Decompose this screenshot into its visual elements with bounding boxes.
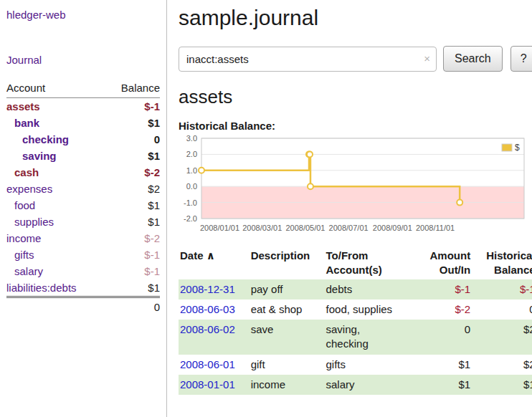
- account-link[interactable]: liabilities:debts: [6, 282, 77, 294]
- svg-text:2.0: 2.0: [186, 150, 197, 158]
- account-row: food$1: [6, 197, 160, 214]
- account-name-cell: liabilities:debts: [6, 279, 105, 297]
- transaction-amount: $1: [416, 355, 472, 375]
- search-box: ×: [179, 47, 437, 72]
- search-button[interactable]: Search: [443, 46, 503, 72]
- register-row: 2008-06-02savesaving, checking0$2: [179, 320, 532, 355]
- account-balance: $-1: [105, 246, 160, 263]
- account-balance: $-2: [105, 164, 160, 181]
- date-header-label: Date: [180, 249, 204, 262]
- transaction-accounts: saving, checking: [325, 320, 416, 355]
- account-name-cell: checking: [6, 131, 105, 148]
- register-header-row: Date ∧ Description To/From Account(s) Am…: [179, 247, 532, 279]
- journal-link[interactable]: Journal: [6, 54, 42, 66]
- account-name-cell: assets: [6, 98, 105, 115]
- account-link[interactable]: saving: [22, 150, 57, 162]
- account-balance: $1: [105, 148, 160, 164]
- journal-nav: Journal: [6, 54, 161, 66]
- account-link[interactable]: salary: [14, 265, 43, 277]
- account-link[interactable]: expenses: [6, 183, 52, 195]
- account-name-cell: income: [6, 230, 105, 246]
- svg-text:-1.0: -1.0: [184, 198, 197, 207]
- account-link[interactable]: cash: [14, 166, 39, 178]
- account-link[interactable]: bank: [14, 117, 39, 129]
- accounts-header-row: Account Balance: [6, 80, 160, 98]
- transaction-date-link[interactable]: 2008-06-02: [180, 323, 235, 335]
- account-balance: $1: [105, 115, 160, 131]
- account-heading: assets: [179, 86, 532, 108]
- sort-ascending-icon: ∧: [206, 249, 215, 262]
- transaction-date-link[interactable]: 2008-06-01: [180, 358, 235, 370]
- accounts-total-row: 0: [6, 297, 160, 316]
- account-name-cell: bank: [6, 115, 105, 131]
- transaction-accounts: debts: [325, 279, 416, 299]
- help-button[interactable]: ?: [510, 46, 532, 72]
- col-header-amount: Amount Out/In: [416, 247, 472, 279]
- col-header-description: Description: [250, 247, 325, 279]
- svg-text:$: $: [515, 143, 520, 153]
- transaction-historical-balance: $2: [472, 355, 532, 375]
- main-panel: sample.journal × Search ? assets Histori…: [167, 0, 532, 417]
- account-row: income$-2: [6, 230, 160, 246]
- account-name-cell: cash: [6, 164, 105, 181]
- transaction-date-link[interactable]: 2008-12-31: [180, 283, 235, 295]
- search-bar: × Search ?: [179, 46, 532, 72]
- account-row: cash$-2: [6, 164, 160, 181]
- svg-text:3.0: 3.0: [186, 135, 197, 143]
- svg-text:2008/05/01: 2008/05/01: [285, 224, 325, 232]
- balance-column-header: Balance: [105, 80, 160, 98]
- transaction-description: income: [250, 375, 325, 395]
- account-row: liabilities:debts$1: [6, 279, 160, 297]
- svg-text:2008/01/01: 2008/01/01: [200, 224, 239, 232]
- page-title: sample.journal: [179, 6, 532, 30]
- account-balance: 0: [105, 131, 160, 148]
- account-row: saving$1: [6, 148, 160, 164]
- transaction-historical-balance: $-1: [472, 279, 532, 299]
- account-balance: $1: [105, 279, 160, 297]
- account-name-cell: expenses: [6, 181, 105, 197]
- total-spacer: [6, 297, 105, 316]
- account-name-cell: gifts: [6, 246, 105, 263]
- transaction-amount: $-1: [416, 279, 472, 299]
- transaction-description: pay off: [250, 279, 325, 299]
- account-balance: $1: [105, 214, 160, 230]
- register-row: 2008-06-03eat & shopfood, supplies$-20: [179, 299, 532, 320]
- svg-text:2008/11/01: 2008/11/01: [416, 224, 455, 232]
- col-header-historical-balance: Historical Balance: [472, 247, 532, 279]
- clear-search-icon[interactable]: ×: [424, 53, 430, 64]
- svg-text:2008/07/01: 2008/07/01: [329, 224, 369, 232]
- account-row: assets$-1: [6, 98, 160, 115]
- transaction-date-cell: 2008-01-01: [179, 375, 250, 395]
- col-header-date[interactable]: Date ∧: [179, 247, 250, 279]
- account-link[interactable]: supplies: [14, 216, 54, 228]
- transaction-description: gift: [250, 355, 325, 375]
- search-input[interactable]: [179, 47, 437, 72]
- transaction-amount: 0: [416, 320, 472, 355]
- transaction-date-link[interactable]: 2008-01-01: [180, 378, 235, 390]
- transaction-amount: $-2: [416, 299, 472, 320]
- account-name-cell: food: [6, 197, 105, 214]
- transaction-accounts: salary: [325, 375, 416, 395]
- register-table: Date ∧ Description To/From Account(s) Am…: [179, 247, 532, 395]
- historical-balance-chart: 3.02.01.00.0-1.0-2.02008/01/012008/03/01…: [179, 135, 528, 236]
- chart-title: Historical Balance:: [179, 120, 532, 132]
- account-row: gifts$-1: [6, 246, 160, 263]
- account-balance: $1: [105, 197, 160, 214]
- transaction-date-link[interactable]: 2008-06-03: [180, 303, 235, 315]
- register-row: 2008-06-01giftgifts$1$2: [179, 355, 532, 375]
- account-name-cell: supplies: [6, 214, 105, 230]
- svg-text:0.0: 0.0: [186, 182, 197, 191]
- svg-text:1.0: 1.0: [186, 166, 197, 175]
- account-link[interactable]: food: [14, 199, 35, 211]
- transaction-date-cell: 2008-06-03: [179, 299, 250, 320]
- accounts-table: Account Balance assets$-1bank$1checking0…: [6, 80, 160, 315]
- sidebar: hledger-web Journal Account Balance asse…: [0, 0, 167, 417]
- app-title-link[interactable]: hledger-web: [6, 9, 66, 21]
- account-link[interactable]: income: [6, 232, 41, 244]
- account-row: expenses$2: [6, 181, 160, 197]
- account-link[interactable]: checking: [22, 133, 69, 145]
- svg-text:2008/09/01: 2008/09/01: [373, 224, 412, 232]
- transaction-amount: $1: [416, 375, 472, 395]
- account-link[interactable]: assets: [6, 100, 40, 112]
- account-link[interactable]: gifts: [14, 249, 34, 261]
